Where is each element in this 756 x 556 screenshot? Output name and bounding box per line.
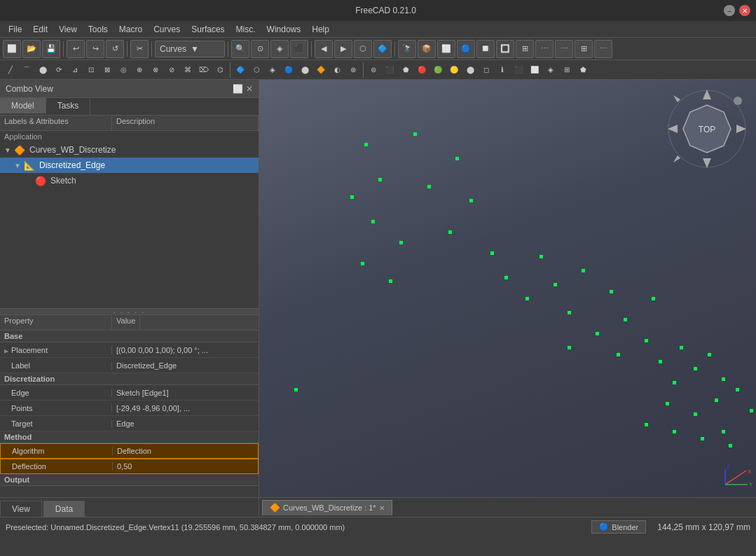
curves-tb-22[interactable]: ⊛ — [345, 62, 361, 78]
window-controls: – ✕ — [724, 5, 750, 16]
viewport[interactable]: TOP X Y Z 🔶 Curves_WB_Discretize : 1* ✕ — [259, 80, 756, 517]
tree-item-curves-wb[interactable]: ▼ 🔶 Curves_WB_Discretize — [0, 142, 259, 158]
tb-view1[interactable]: ⊙ — [251, 40, 269, 58]
tb-view5[interactable]: 📦 — [418, 40, 436, 58]
minimize-button[interactable]: – — [724, 5, 735, 16]
menu-item-file[interactable]: File — [3, 23, 27, 36]
curves-tb-31[interactable]: ℹ — [495, 62, 510, 78]
tb-view4[interactable]: 🔭 — [398, 40, 416, 58]
new-button[interactable]: ⬜ — [3, 40, 21, 58]
viewport-tab-1[interactable]: 🔶 Curves_WB_Discretize : 1* ✕ — [262, 500, 392, 515]
blender-button[interactable]: 🔵 Blender — [591, 520, 646, 534]
curves-tb-14[interactable]: ⌬ — [212, 62, 228, 78]
vp-tab-close[interactable]: ✕ — [379, 504, 385, 512]
prop-row-edge[interactable]: Edge Sketch [Edge1] — [0, 385, 259, 401]
prop-row-target[interactable]: Target Edge — [0, 416, 259, 431]
curves-tb-20[interactable]: 🔶 — [313, 62, 329, 78]
nav-cube[interactable]: TOP — [665, 87, 749, 171]
tb-view7[interactable]: 🔵 — [457, 40, 475, 58]
save-button[interactable]: 💾 — [42, 40, 60, 58]
curves-tb-27[interactable]: 🟢 — [430, 62, 446, 78]
curves-tb-17[interactable]: ◈ — [265, 62, 280, 78]
curves-tb-13[interactable]: ⌦ — [196, 62, 212, 78]
curves-tb-1[interactable]: ╱ — [3, 62, 18, 78]
curves-tb-34[interactable]: ◈ — [543, 62, 558, 78]
prop-name-placement: ▶Placement — [0, 346, 112, 354]
refresh-button[interactable]: ↺ — [106, 40, 124, 58]
prop-row-points[interactable]: Points [-29,49 -8,96 0,00], ... — [0, 401, 259, 416]
tb-select2[interactable]: 🔷 — [373, 40, 392, 58]
curves-tb-32[interactable]: ⬛ — [511, 62, 526, 78]
curves-tb-12[interactable]: ⌘ — [180, 62, 195, 78]
curves-tb-2[interactable]: ⌒ — [19, 62, 34, 78]
tab-data[interactable]: Data — [43, 501, 85, 517]
combo-expand-button[interactable]: ⬜ — [233, 84, 243, 94]
curves-tb-30[interactable]: ◻ — [479, 62, 494, 78]
tb-select1[interactable]: ⬡ — [354, 40, 372, 58]
tb-grid[interactable]: ⊞ — [575, 40, 593, 58]
tb-more1[interactable]: ⋯ — [535, 40, 554, 58]
tab-view[interactable]: View — [0, 501, 42, 517]
menu-item-surfaces[interactable]: Surfaces — [186, 23, 230, 36]
curves-tb-6[interactable]: ⊡ — [83, 62, 99, 78]
curves-tb-16[interactable]: ⬡ — [249, 62, 264, 78]
curves-tb-15[interactable]: 🔷 — [233, 62, 248, 78]
curves-tb-9[interactable]: ⊕ — [132, 62, 147, 78]
curves-tb-3[interactable]: ⬤ — [35, 62, 50, 78]
curves-tb-4[interactable]: ⟳ — [51, 62, 67, 78]
curves-tb-7[interactable]: ⊠ — [99, 62, 115, 78]
tb-view6[interactable]: ⬜ — [437, 40, 455, 58]
open-button[interactable]: 📂 — [22, 40, 41, 58]
curves-tb-36[interactable]: ⬟ — [575, 62, 591, 78]
curves-tb-25[interactable]: ⬟ — [398, 62, 413, 78]
tb-view10[interactable]: ⊞ — [516, 40, 534, 58]
redo-button[interactable]: ↪ — [86, 40, 104, 58]
tb-more3[interactable]: ⋯ — [594, 40, 612, 58]
curves-tb-33[interactable]: ⬜ — [527, 62, 542, 78]
close-button[interactable]: ✕ — [739, 5, 750, 16]
curves-tb-26[interactable]: 🔴 — [414, 62, 429, 78]
undo-button[interactable]: ↩ — [67, 40, 85, 58]
prop-row-deflection[interactable]: Deflection 0,50 — [0, 459, 259, 474]
tree-item-sketch[interactable]: 🔴 Sketch — [0, 173, 259, 188]
curves-tb-18[interactable]: 🔵 — [281, 62, 296, 78]
menu-item-view[interactable]: View — [53, 23, 83, 36]
curves-tb-19[interactable]: ⬤ — [297, 62, 312, 78]
curves-tb-35[interactable]: ⊞ — [559, 62, 575, 78]
tab-tasks[interactable]: Tasks — [46, 98, 91, 115]
curves-tb-10[interactable]: ⊗ — [148, 62, 163, 78]
tb-view2[interactable]: ◈ — [270, 40, 289, 58]
menu-item-windows[interactable]: Windows — [261, 23, 307, 36]
tb-view3[interactable]: ⬛ — [290, 40, 308, 58]
workbench-dropdown[interactable]: Curves ▼ — [155, 41, 225, 57]
menu-item-misc.[interactable]: Misc. — [231, 23, 261, 36]
svg-point-10 — [734, 97, 742, 105]
curves-tb-24[interactable]: ⬛ — [382, 62, 397, 78]
combo-close-button[interactable]: ✕ — [246, 84, 253, 94]
curves-tb-29[interactable]: ⬤ — [462, 62, 478, 78]
tb-more2[interactable]: ⋯ — [555, 40, 573, 58]
menu-item-macro[interactable]: Macro — [114, 23, 148, 36]
tree-item-discretized-edge[interactable]: ▼ 📐 Discretized_Edge — [0, 158, 259, 173]
tb-nav1[interactable]: ◀ — [315, 40, 333, 58]
menu-item-curves[interactable]: Curves — [148, 23, 186, 36]
curves-tb-23[interactable]: ⊜ — [366, 62, 381, 78]
tab-model[interactable]: Model — [0, 98, 46, 115]
prop-row-placement[interactable]: ▶Placement [(0,00 0,00 1,00); 0,00 °; ..… — [0, 342, 259, 358]
menu-item-edit[interactable]: Edit — [27, 23, 53, 36]
menu-item-tools[interactable]: Tools — [83, 23, 114, 36]
tb-nav2[interactable]: ▶ — [334, 40, 352, 58]
curves-tb-8[interactable]: ◎ — [116, 62, 131, 78]
prop-row-label[interactable]: Label Discretized_Edge — [0, 358, 259, 373]
prop-row-algorithm[interactable]: Algorithm Deflection — [0, 443, 259, 459]
tb-view9[interactable]: 🔳 — [496, 40, 514, 58]
curves-tb-28[interactable]: 🟡 — [446, 62, 462, 78]
tb-view8[interactable]: 🔲 — [476, 40, 495, 58]
curves-tb-5[interactable]: ⊿ — [67, 62, 83, 78]
tb-zoom[interactable]: 🔍 — [231, 40, 249, 58]
left-panel: Combo View ⬜ ✕ Model Tasks Labels & Attr… — [0, 80, 259, 517]
curves-tb-21[interactable]: ◐ — [329, 62, 345, 78]
curves-tb-11[interactable]: ⊘ — [164, 62, 179, 78]
menu-item-help[interactable]: Help — [306, 23, 335, 36]
cut-button[interactable]: ✂ — [130, 40, 149, 58]
